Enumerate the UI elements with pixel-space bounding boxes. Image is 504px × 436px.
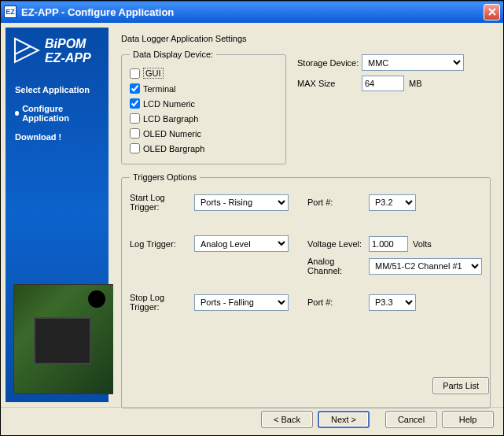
next-button[interactable]: Next > [318,411,370,428]
check-lcd-bargraph-input[interactable] [130,113,140,124]
brand-logo: BiPOM EZ-APP [13,37,101,65]
analog-channel-select[interactable]: MM/51-C2 Channel #1 [369,258,482,275]
check-oled-numeric[interactable]: OLED Numeric [130,128,208,139]
max-size-label: MAX Size [297,79,362,88]
back-button[interactable]: < Back [261,411,313,428]
board-image [13,284,114,394]
cancel-button[interactable]: Cancel [385,411,437,428]
analog-channel-label: Analog Channel: [304,257,369,275]
sidebar: BiPOM EZ-APP Select Application Configur… [6,28,109,402]
brand-line1: BiPOM [45,37,91,51]
stop-trigger-label: Stop Log Trigger: [130,293,194,312]
max-size-unit: MB [409,79,422,88]
triggers-legend: Triggers Options [130,172,200,182]
check-terminal-input[interactable] [130,83,140,94]
brand-line2: EZ-APP [45,51,91,65]
check-terminal[interactable]: Terminal [130,83,208,94]
log-trigger-label: Log Trigger: [130,239,194,249]
check-label: GUI [143,68,164,79]
main-panel: Data Logger Application Settings Data Di… [113,28,498,402]
start-trigger-label: Start Log Trigger: [130,193,194,212]
max-size-input[interactable] [362,76,404,91]
sidebar-item-label: Select Application [15,85,90,94]
display-device-legend: Data Display Device: [130,50,216,59]
close-button[interactable] [484,4,500,20]
check-label: Terminal [143,84,176,94]
sidebar-item-label: Configure Application [22,104,99,123]
display-device-group: Data Display Device: GUI Terminal LCD [121,50,286,164]
stop-port-label: Port #: [304,297,369,307]
check-gui-input[interactable] [130,68,140,79]
voltage-unit: Volts [413,239,432,249]
voltage-input[interactable] [369,236,408,252]
page-heading: Data Logger Application Settings [121,34,491,43]
start-port-label: Port #: [304,198,369,207]
sidebar-item-configure-application[interactable]: Configure Application [13,99,101,127]
check-lcd-numeric[interactable]: LCD Numeric [130,98,208,109]
storage-device-select[interactable]: MMC [362,54,464,71]
close-icon [488,8,496,16]
check-label: OLED Bargraph [143,144,204,153]
triangle-icon [13,37,40,64]
start-trigger-select[interactable]: Ports - Rising [194,194,289,211]
storage-device-label: Storage Device: [297,58,362,68]
sidebar-item-download[interactable]: Download ! [13,127,101,146]
parts-list-button[interactable]: Parts List [432,377,489,394]
stop-trigger-select[interactable]: Ports - Falling [194,294,289,311]
wizard-footer: < Back Next > Cancel Help [1,407,503,430]
sidebar-item-label: Download ! [15,132,61,142]
check-lcd-numeric-input[interactable] [130,98,140,109]
sidebar-item-select-application[interactable]: Select Application [13,80,101,99]
check-oled-numeric-input[interactable] [130,128,140,139]
check-gui[interactable]: GUI [130,68,208,79]
stop-port-select[interactable]: P3.3 [369,294,416,311]
check-label: LCD Bargraph [143,114,198,124]
help-button[interactable]: Help [442,411,494,428]
triggers-group: Triggers Options Start Log Trigger: Port… [121,172,491,408]
check-lcd-bargraph[interactable]: LCD Bargraph [130,113,208,124]
log-trigger-select[interactable]: Analog Level [194,235,289,252]
titlebar: EZ EZ-APP - Configure Application [1,1,503,23]
check-oled-bargraph[interactable]: OLED Bargraph [130,143,208,153]
check-label: LCD Numeric [143,99,195,109]
voltage-label: Voltage Level: [304,239,369,249]
window-title: EZ-APP - Configure Application [21,6,484,18]
app-icon: EZ [4,6,17,18]
check-label: OLED Numeric [143,129,201,139]
start-port-select[interactable]: P3.2 [369,194,416,211]
check-oled-bargraph-input[interactable] [130,143,140,153]
